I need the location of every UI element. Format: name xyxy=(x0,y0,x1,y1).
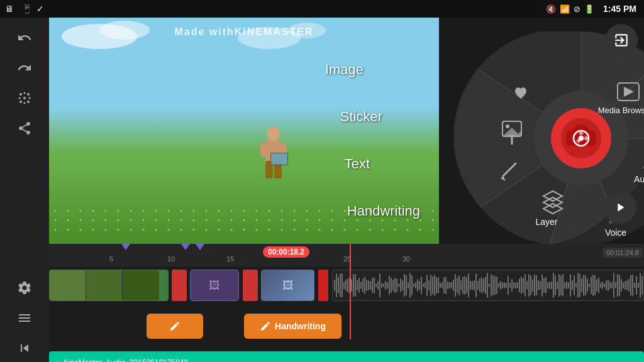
svg-point-4 xyxy=(23,97,26,99)
mute-icon: 🔇 xyxy=(546,4,556,14)
left-sidebar xyxy=(0,18,49,362)
svg-point-3 xyxy=(27,101,30,103)
marker-1 xyxy=(121,244,130,250)
exit-button[interactable] xyxy=(605,24,638,57)
block-icon: ⊘ xyxy=(574,4,580,14)
svg-text:Layer: Layer xyxy=(535,217,557,227)
logo-made-with: Made with xyxy=(174,26,234,37)
audio-track-row: ♪ KineMaster_Audio_20150618175048 xyxy=(49,342,644,362)
svg-point-42 xyxy=(506,124,509,128)
time-label-15: 15 xyxy=(226,255,234,263)
notification-icon-3: ✓ xyxy=(36,4,44,14)
status-time: 1:45 PM xyxy=(603,4,636,14)
notification-icon-2: 📱 xyxy=(21,4,32,14)
handwriting-clip-2[interactable]: Handwriting xyxy=(244,314,341,339)
image-clip-2[interactable]: 🖼 xyxy=(261,270,314,301)
video-clip-2[interactable] xyxy=(332,270,644,301)
red-marker-1 xyxy=(172,270,187,301)
svg-point-2 xyxy=(19,101,22,103)
svg-text:Voice: Voice xyxy=(605,228,626,238)
undo-button[interactable] xyxy=(8,24,42,52)
video-preview: Made withKINEMASTER Image Sticker Text H… xyxy=(49,18,439,244)
audio-icon: ♪ xyxy=(55,358,60,362)
playhead[interactable] xyxy=(350,244,351,339)
play-button[interactable] xyxy=(604,191,636,224)
time-label-30: 30 xyxy=(402,255,410,263)
time-label-10: 10 xyxy=(167,255,175,263)
video-clip-1[interactable] xyxy=(49,270,169,301)
red-marker-3 xyxy=(318,270,328,301)
battery-icon: 🔋 xyxy=(584,4,594,14)
sticker-label: Sticker xyxy=(340,109,382,125)
main-track-row: 🖼 🖼 xyxy=(49,266,644,307)
text-label: Text xyxy=(345,156,370,172)
svg-text:Audio: Audio xyxy=(634,174,644,184)
current-time-display: 00:00:18.2 xyxy=(263,246,309,258)
handwriting-track-row: Handwriting xyxy=(49,307,644,342)
svg-point-9 xyxy=(267,126,280,141)
svg-point-7 xyxy=(29,97,31,99)
timeline-ruler[interactable]: 5 10 15 25 30 00:00:18.2 00:01:24.8 xyxy=(49,244,644,266)
wifi-icon: 📶 xyxy=(560,4,570,14)
svg-rect-11 xyxy=(260,143,268,157)
svg-text:T: T xyxy=(508,132,516,148)
red-marker-2 xyxy=(243,270,258,301)
svg-point-1 xyxy=(27,93,30,96)
logo-app-name: KINEMASTER xyxy=(235,26,314,37)
notification-icon-1: 🖥 xyxy=(5,4,14,14)
total-time-display: 00:01:24.8 xyxy=(602,248,643,258)
status-bar: 🖥 📱 ✓ 🔇 📶 ⊘ 🔋 1:45 PM xyxy=(0,0,644,18)
status-icons: 🖥 📱 ✓ 🔇 📶 ⊘ 🔋 1:45 PM xyxy=(546,4,636,14)
svg-point-0 xyxy=(19,93,22,96)
handwriting-clip-label: Handwriting xyxy=(275,321,326,331)
time-label-5: 5 xyxy=(109,255,113,263)
image-clip-1[interactable]: 🖼 xyxy=(190,270,239,301)
redo-button[interactable] xyxy=(8,54,42,82)
marker-3 xyxy=(196,244,204,250)
timeline-area: 5 10 15 25 30 00:00:18.2 00:01:24.8 🖼 xyxy=(49,244,644,362)
marker-2 xyxy=(181,244,190,250)
audio-clip[interactable]: ♪ KineMaster_Audio_20150618175048 xyxy=(49,351,644,362)
svg-text:Media Browser: Media Browser xyxy=(598,106,644,115)
handwriting-clip-1[interactable] xyxy=(147,314,203,339)
audio-label: KineMaster_Audio_20150618175048 xyxy=(64,358,188,362)
effects-button[interactable] xyxy=(8,84,42,112)
svg-rect-16 xyxy=(271,153,287,165)
svg-point-6 xyxy=(19,97,21,99)
back-to-start-button[interactable] xyxy=(8,334,42,362)
layers-button[interactable] xyxy=(8,304,42,332)
settings-button[interactable] xyxy=(8,274,42,302)
svg-point-5 xyxy=(24,92,26,94)
share-button[interactable] xyxy=(8,114,42,142)
svg-point-8 xyxy=(24,102,26,104)
kinemaster-logo: Made withKINEMASTER xyxy=(174,26,313,38)
image-label: Image xyxy=(325,62,364,78)
handwriting-label: Handwriting xyxy=(347,203,420,219)
person-silhouette xyxy=(252,124,296,187)
